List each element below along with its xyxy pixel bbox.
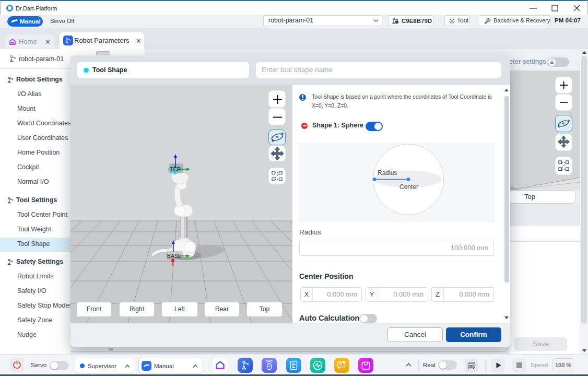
svg-text:Center: Center — [399, 183, 418, 191]
svg-text:BASE: BASE — [167, 253, 182, 259]
svg-text:TCP: TCP — [170, 166, 181, 172]
svg-text:Radius: Radius — [378, 169, 397, 177]
svg-text:3D: 3D — [469, 365, 474, 368]
